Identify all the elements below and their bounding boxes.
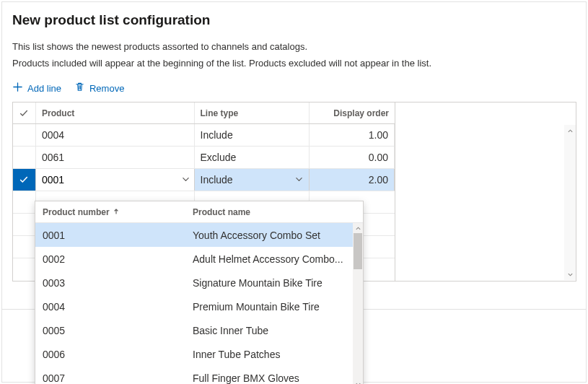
column-header-line-type[interactable]: Line type <box>195 102 310 123</box>
cell-display-order[interactable]: 1.00 <box>310 124 395 146</box>
row-checkbox-checked[interactable] <box>13 169 36 191</box>
scrollbar-thumb[interactable] <box>354 233 362 269</box>
lookup-item-name: Adult Helmet Accessory Combo... <box>193 253 363 265</box>
plus-icon <box>12 82 23 95</box>
cell-line-type[interactable]: Exclude <box>195 147 310 168</box>
table-row[interactable]: 0004 Include 1.00 <box>13 124 395 147</box>
lookup-item-number: 0001 <box>35 230 193 241</box>
product-input[interactable] <box>40 173 182 186</box>
lookup-col-product-number[interactable]: Product number <box>35 207 193 217</box>
cell-display-order[interactable]: 0.00 <box>310 147 395 168</box>
lookup-item-name: Full Finger BMX Gloves <box>193 372 363 384</box>
lookup-item-number: 0004 <box>35 301 193 313</box>
config-panel: New product list configuration This list… <box>1 1 587 383</box>
scroll-up-icon[interactable] <box>564 125 576 136</box>
table-row-selected[interactable]: Include 2.00 <box>13 169 395 191</box>
lookup-item[interactable]: 0006Inner Tube Patches <box>35 342 363 366</box>
lookup-item-number: 0007 <box>35 372 193 384</box>
scroll-up-icon[interactable] <box>353 223 363 233</box>
scroll-down-icon[interactable] <box>564 269 576 280</box>
chevron-down-icon[interactable] <box>295 174 303 186</box>
lookup-header: Product number Product name <box>35 201 363 223</box>
scroll-down-icon[interactable] <box>353 379 363 384</box>
lookup-item[interactable]: 0002Adult Helmet Accessory Combo... <box>35 247 363 271</box>
lookup-item-name: Inner Tube Patches <box>193 349 363 360</box>
lookup-item-number: 0006 <box>35 349 193 360</box>
trash-icon <box>74 82 85 95</box>
cell-product[interactable]: 0061 <box>36 147 195 168</box>
lookup-scrollbar[interactable] <box>353 223 363 384</box>
toolbar: Add line Remove <box>12 82 576 95</box>
lookup-item-name: Premium Mountain Bike Tire <box>193 301 363 313</box>
product-lookup-dropdown: Product number Product name 0001Youth Ac… <box>35 201 364 384</box>
cell-product[interactable]: 0004 <box>36 124 195 146</box>
line-type-value: Include <box>201 174 233 186</box>
add-line-button[interactable]: Add line <box>12 82 61 95</box>
description-line-1: This list shows the newest products asso… <box>12 41 576 52</box>
lookup-item-name: Basic Inner Tube <box>193 325 363 336</box>
lookup-item-name: Youth Accessory Combo Set <box>193 230 363 241</box>
remove-button[interactable]: Remove <box>74 82 124 95</box>
lookup-item[interactable]: 0005Basic Inner Tube <box>35 318 363 342</box>
row-checkbox[interactable] <box>13 124 36 146</box>
row-checkbox[interactable] <box>13 147 36 168</box>
lookup-item[interactable]: 0003Signature Mountain Bike Tire <box>35 271 363 294</box>
cell-line-type[interactable]: Include <box>195 124 310 146</box>
lookup-item-name: Signature Mountain Bike Tire <box>193 277 363 289</box>
select-all-checkbox[interactable] <box>13 102 36 123</box>
lookup-item-number: 0005 <box>35 325 193 336</box>
cell-product-editing[interactable] <box>36 169 195 191</box>
description-line-2: Products included will appear at the beg… <box>12 58 576 69</box>
cell-line-type-dropdown[interactable]: Include <box>195 169 310 191</box>
column-header-product[interactable]: Product <box>36 102 195 123</box>
cell-display-order[interactable]: 2.00 <box>310 169 395 191</box>
lookup-col-product-name[interactable]: Product name <box>193 207 353 217</box>
lookup-item-number: 0002 <box>35 253 193 265</box>
chevron-down-icon[interactable] <box>182 174 190 186</box>
lookup-item[interactable]: 0004Premium Mountain Bike Tire <box>35 294 363 318</box>
sort-asc-icon <box>113 207 120 217</box>
lookup-item[interactable]: 0007Full Finger BMX Gloves <box>35 366 363 384</box>
add-line-label: Add line <box>27 83 61 94</box>
column-header-display-order[interactable]: Display order <box>310 102 395 123</box>
grid-scrollbar[interactable] <box>564 125 576 280</box>
grid-header-row: Product Line type Display order <box>13 102 395 124</box>
remove-label: Remove <box>89 83 124 94</box>
page-title: New product list configuration <box>12 12 576 28</box>
lookup-item[interactable]: 0001Youth Accessory Combo Set <box>35 223 363 247</box>
table-row[interactable]: 0061 Exclude 0.00 <box>13 147 395 169</box>
lookup-item-number: 0003 <box>35 277 193 289</box>
